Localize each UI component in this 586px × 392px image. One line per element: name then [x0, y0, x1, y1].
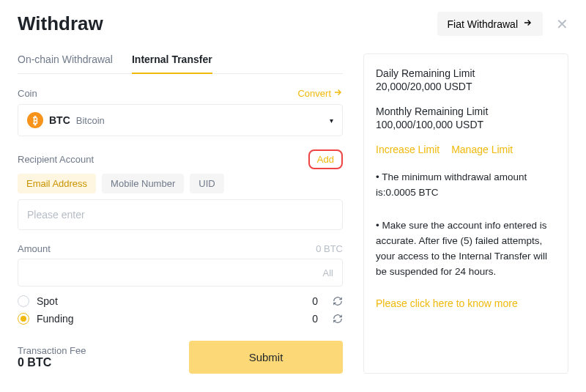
- monthly-limit-label: Monthly Remaining Limit: [376, 106, 556, 117]
- recipient-type-uid[interactable]: UID: [190, 174, 223, 193]
- know-more-link[interactable]: Please click here to know more: [376, 297, 556, 309]
- radio-funding[interactable]: [18, 313, 29, 325]
- coin-label: Coin: [18, 88, 37, 99]
- min-withdrawal-note: • The minimum withdrawal amount is:0.000…: [376, 170, 556, 201]
- add-recipient-button[interactable]: Add: [308, 149, 343, 169]
- wallet-balance-spot: 0: [312, 295, 318, 307]
- coin-symbol: BTC: [49, 114, 70, 126]
- refresh-icon[interactable]: [333, 314, 343, 324]
- fiat-withdrawal-label: Fiat Withdrawal: [448, 18, 518, 30]
- limits-panel: Daily Remaining Limit 20,000/20,000 USDT…: [363, 53, 568, 374]
- convert-link[interactable]: Convert: [297, 87, 343, 100]
- wallet-row-spot[interactable]: Spot 0: [18, 292, 343, 310]
- increase-limit-link[interactable]: Increase Limit: [376, 144, 440, 155]
- daily-limit-value: 20,000/20,000 USDT: [376, 81, 556, 92]
- fiat-withdrawal-button[interactable]: Fiat Withdrawal: [437, 12, 543, 36]
- submit-button[interactable]: Submit: [189, 341, 343, 374]
- radio-spot[interactable]: [18, 295, 29, 307]
- arrow-right-icon: [522, 18, 533, 30]
- convert-label: Convert: [297, 88, 331, 99]
- amount-all-button[interactable]: All: [323, 267, 333, 278]
- monthly-limit-value: 100,000/100,000 USDT: [376, 119, 556, 130]
- recipient-input[interactable]: [18, 199, 343, 230]
- transaction-fee: Transaction Fee 0 BTC: [18, 345, 86, 369]
- bitcoin-icon: ₿: [27, 112, 43, 128]
- amount-balance-hint: 0 BTC: [316, 243, 343, 254]
- page-title: Withdraw: [18, 12, 103, 35]
- amount-input[interactable]: [27, 267, 323, 278]
- withdraw-tabs: On-chain Withdrawal Internal Transfer: [18, 53, 343, 74]
- wallet-balance-funding: 0: [312, 313, 318, 325]
- fee-label: Transaction Fee: [18, 345, 86, 356]
- wallet-row-funding[interactable]: Funding 0: [18, 310, 343, 328]
- recipient-type-email[interactable]: Email Address: [18, 174, 96, 193]
- refresh-icon[interactable]: [333, 296, 343, 306]
- chevron-down-icon: ▾: [330, 117, 333, 125]
- manage-limit-link[interactable]: Manage Limit: [451, 144, 513, 155]
- fee-value: 0 BTC: [18, 356, 86, 369]
- accuracy-note: • Make sure the account info entered is …: [376, 218, 556, 280]
- amount-label: Amount: [18, 243, 51, 254]
- arrow-right-icon: [333, 87, 343, 100]
- coin-name: Bitcoin: [76, 115, 105, 126]
- recipient-label: Recipient Account: [18, 154, 94, 165]
- wallet-name-funding: Funding: [37, 313, 305, 325]
- tab-internal-transfer[interactable]: Internal Transfer: [132, 53, 212, 74]
- tab-onchain[interactable]: On-chain Withdrawal: [18, 53, 113, 73]
- coin-select[interactable]: ₿ BTC Bitcoin ▾: [18, 104, 343, 136]
- daily-limit-label: Daily Remaining Limit: [376, 67, 556, 79]
- recipient-type-mobile[interactable]: Mobile Number: [102, 174, 184, 193]
- wallet-name-spot: Spot: [37, 295, 305, 307]
- close-icon[interactable]: ✕: [556, 17, 568, 32]
